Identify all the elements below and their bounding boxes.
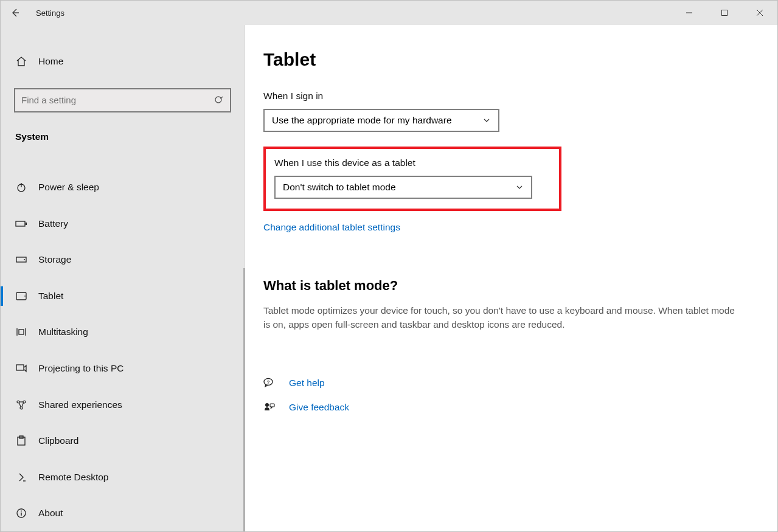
about-icon [15,508,27,519]
home-nav[interactable]: Home [1,43,245,80]
feedback-icon [263,402,276,413]
svg-rect-18 [16,365,24,370]
search-field[interactable] [21,95,214,105]
sidebar-item-power-sleep[interactable]: Power & sleep [1,169,245,206]
sidebar-item-label: Battery [38,218,68,229]
svg-rect-9 [16,221,25,226]
shared-experiences-icon [15,399,27,410]
sidebar-item-projecting[interactable]: Projecting to this PC [1,350,245,387]
chevron-down-icon [515,183,524,192]
sidebar-item-label: Multitasking [38,326,88,337]
sidebar-item-label: Storage [38,254,71,265]
sidebar-item-label: About [38,508,63,519]
storage-icon [15,256,27,263]
page-title: Tablet [263,49,777,70]
title-bar: Settings [1,1,777,25]
svg-line-23 [22,402,24,407]
svg-point-12 [24,259,25,260]
svg-point-30 [21,511,22,512]
svg-rect-17 [19,330,24,334]
search-input[interactable] [14,88,231,112]
home-icon [15,56,27,67]
additional-tablet-settings-link[interactable]: Change additional tablet settings [263,222,400,232]
help-icon: ? [263,378,276,389]
sidebar-item-storage[interactable]: Storage [1,241,245,278]
tablet-use-dropdown-value: Don't switch to tablet mode [283,182,396,193]
svg-rect-34 [270,404,274,407]
tablet-icon [15,292,27,300]
window-title: Settings [36,9,64,18]
svg-rect-2 [722,10,728,16]
back-button[interactable] [1,1,30,25]
sidebar-item-shared-experiences[interactable]: Shared experiences [1,387,245,423]
signin-label: When I sign in [263,91,777,102]
main-content: Tablet When I sign in Use the appropriat… [245,25,777,531]
section-header: System [1,123,245,151]
minimize-button[interactable] [672,1,707,25]
sidebar-item-label: Shared experiences [38,399,122,410]
close-button[interactable] [742,1,777,25]
svg-line-22 [19,402,21,407]
give-feedback-link[interactable]: Give feedback [289,402,349,413]
svg-rect-10 [26,223,27,225]
search-icon [214,95,224,105]
sidebar-item-label: Power & sleep [38,182,99,193]
sidebar-item-about[interactable]: About [1,495,245,531]
svg-point-14 [24,295,26,297]
sidebar-item-label: Tablet [38,291,63,302]
signin-dropdown[interactable]: Use the appropriate mode for my hardware [263,109,499,132]
svg-point-33 [265,403,269,407]
svg-point-19 [17,401,19,403]
signin-dropdown-value: Use the appropriate mode for my hardware [272,115,452,126]
sidebar: Home System Power & sleep Battery [1,25,245,531]
home-label: Home [38,56,63,67]
sidebar-item-label: Clipboard [38,435,78,446]
clipboard-icon [15,435,27,446]
remote-desktop-icon [15,472,27,483]
sidebar-item-multitasking[interactable]: Multitasking [1,314,245,351]
sidebar-item-remote-desktop[interactable]: Remote Desktop [1,459,245,496]
tablet-use-dropdown[interactable]: Don't switch to tablet mode [274,176,532,199]
sidebar-item-battery[interactable]: Battery [1,206,245,242]
what-is-tablet-mode-desc: Tablet mode optimizes your device for to… [263,303,738,332]
sidebar-item-label: Remote Desktop [38,472,108,483]
projecting-icon [15,364,27,373]
svg-point-21 [20,407,23,409]
sidebar-item-tablet[interactable]: Tablet [1,278,245,314]
get-help-link[interactable]: Get help [289,378,325,389]
tablet-use-label: When I use this device as a tablet [274,157,546,168]
power-icon [15,182,27,193]
svg-text:?: ? [267,379,270,384]
battery-icon [15,220,27,227]
svg-point-20 [23,401,26,403]
get-help-row: ? Get help [263,371,777,395]
highlighted-setting: When I use this device as a tablet Don't… [263,147,561,211]
window-controls [672,1,777,25]
multitasking-icon [15,327,27,337]
what-is-tablet-mode-title: What is tablet mode? [263,278,777,294]
maximize-button[interactable] [707,1,742,25]
chevron-down-icon [482,116,491,125]
sidebar-item-label: Projecting to this PC [38,363,123,374]
sidebar-item-clipboard[interactable]: Clipboard [1,423,245,459]
svg-point-5 [215,97,221,103]
give-feedback-row: Give feedback [263,395,777,420]
